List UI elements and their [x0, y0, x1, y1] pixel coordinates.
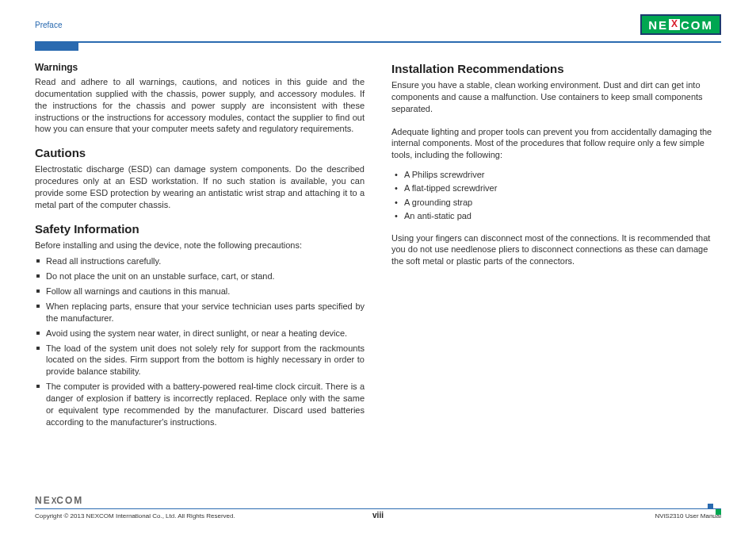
- list-item: When replacing parts, ensure that your s…: [36, 301, 365, 324]
- safety-lead: Before installing and using the device, …: [35, 240, 365, 251]
- list-item: Read all instructions carefully.: [36, 255, 365, 267]
- tools-list: A Philips screwdriver A flat-tipped scre…: [391, 169, 721, 223]
- logo-text-left: NE: [648, 18, 668, 32]
- install-p2: Adequate lighting and proper tools can p…: [391, 126, 721, 162]
- section-label: Preface: [35, 21, 62, 29]
- list-item: Do not place the unit on an unstable sur…: [36, 270, 365, 282]
- list-item: A grounding strap: [393, 197, 721, 209]
- install-heading: Installation Recommendations: [391, 62, 721, 75]
- logo-x-icon: X: [669, 19, 680, 30]
- list-item: A flat-tipped screwdriver: [393, 182, 721, 194]
- column-right: Installation Recommendations Ensure you …: [391, 62, 721, 435]
- list-item: The load of the system unit does not sol…: [36, 343, 365, 378]
- footer-rule: [35, 508, 721, 510]
- warnings-heading: Warnings: [35, 62, 365, 73]
- content-area: Warnings Read and adhere to all warnings…: [0, 43, 756, 435]
- list-item: A Philips screwdriver: [393, 169, 721, 181]
- footer-logo-left: NE: [35, 495, 52, 506]
- footer-row: Copyright © 2013 NEXCOM International Co…: [35, 512, 721, 520]
- page-footer: NEXCOM Copyright © 2013 NEXCOM Internati…: [35, 508, 721, 520]
- header-tab-icon: [35, 41, 78, 51]
- list-item: An anti-static pad: [393, 210, 721, 222]
- column-left: Warnings Read and adhere to all warnings…: [35, 62, 365, 435]
- nexcom-logo: NE X COM: [640, 14, 721, 35]
- footer-square-green-icon: [716, 509, 721, 515]
- page-number: viii: [372, 511, 384, 520]
- footer-square-blue-icon: [708, 504, 713, 509]
- warnings-body: Read and adhere to all warnings, caution…: [35, 76, 365, 135]
- header-rule: [35, 41, 721, 43]
- logo-text-right: COM: [681, 18, 713, 32]
- safety-list: Read all instructions carefully. Do not …: [35, 255, 365, 428]
- footer-logo-right: COM: [56, 495, 83, 506]
- copyright-text: Copyright © 2013 NEXCOM International Co…: [35, 512, 235, 520]
- page-header: Preface NE X COM: [0, 0, 756, 41]
- footer-logo: NEXCOM: [35, 493, 83, 507]
- list-item: Follow all warnings and cautions in this…: [36, 286, 365, 297]
- list-item: Avoid using the system near water, in di…: [36, 328, 365, 339]
- safety-heading: Safety Information: [35, 222, 365, 236]
- cautions-body: Electrostatic discharge (ESD) can damage…: [35, 163, 365, 210]
- doc-title: NViS2310 User Manual: [655, 512, 721, 520]
- cautions-heading: Cautions: [35, 146, 365, 159]
- list-item: The computer is provided with a battery-…: [36, 381, 365, 428]
- install-p3: Using your fingers can disconnect most o…: [391, 232, 721, 268]
- install-p1: Ensure you have a stable, clean working …: [391, 79, 721, 115]
